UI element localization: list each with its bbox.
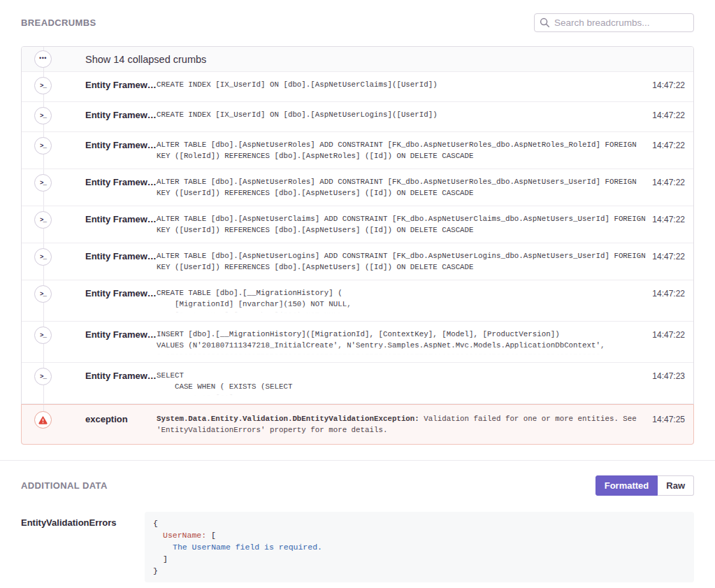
crumb-timestamp: 14:47:22: [651, 250, 693, 262]
additional-data-header: ADDITIONAL DATA Formatted Raw: [21, 475, 694, 496]
json-array-open: [: [206, 531, 216, 540]
crumb-timestamp: 14:47:23: [651, 370, 693, 382]
terminal-icon: >_: [34, 368, 52, 385]
crumb-category: Entity Framework: [85, 109, 157, 121]
breadcrumbs-section-title: BREADCRUMBS: [21, 17, 96, 28]
json-array-close: ]: [163, 554, 168, 564]
breadcrumb-row: >_ Entity Framework INSERT [dbo].[__Migr…: [22, 322, 693, 363]
section-divider: [0, 460, 715, 461]
code-block: { UserName: [ The UserName field is requ…: [145, 512, 694, 582]
breadcrumb-row: >_ Entity Framework CREATE INDEX [IX_Use…: [22, 72, 693, 102]
terminal-icon: >_: [34, 285, 52, 303]
breadcrumb-row: >_ Entity Framework ALTER TABLE [dbo].[A…: [22, 132, 693, 169]
crumb-timestamp: 14:47:22: [651, 176, 693, 188]
crumb-category: Entity Framework: [85, 213, 157, 225]
terminal-icon: >_: [34, 211, 52, 229]
code-line: The UserName field is required.: [153, 541, 686, 553]
terminal-icon: >_: [34, 327, 52, 344]
raw-button[interactable]: Raw: [658, 475, 694, 496]
code-line: ]: [153, 553, 686, 565]
ellipsis-icon: •••: [34, 50, 52, 68]
warning-triangle-icon: [34, 411, 52, 429]
terminal-icon: >_: [34, 248, 52, 266]
search-breadcrumbs: [534, 13, 694, 32]
search-icon: [540, 17, 550, 28]
crumb-icon-cell: >_: [22, 79, 85, 94]
crumb-category: Entity Framework: [85, 287, 157, 299]
exception-row: exception System.Data.Entity.Validation.…: [21, 404, 694, 445]
additional-data-entry: EntityValidationErrors { UserName: [ The…: [21, 512, 694, 582]
search-input[interactable]: [534, 13, 694, 32]
terminal-icon: >_: [34, 137, 52, 155]
crumb-timestamp: 14:47:22: [651, 109, 693, 121]
crumb-timestamp: 14:47:22: [651, 139, 693, 151]
crumb-message: CREATE INDEX [IX_UserId] ON [dbo].[AspNe…: [157, 79, 651, 90]
code-line: UserName: [: [153, 529, 686, 541]
crumb-icon-cell: >_: [22, 329, 85, 355]
crumb-message: ALTER TABLE [dbo].[AspNetUserClaims] ADD…: [157, 213, 651, 236]
crumb-message: SELECT CASE WHEN ( EXISTS (SELECT 1 AS […: [157, 370, 651, 396]
view-toggle: Formatted Raw: [595, 475, 694, 496]
crumb-icon-cell: >_: [22, 139, 85, 162]
breadcrumbs-header: BREADCRUMBS: [21, 13, 694, 32]
exception-category: exception: [85, 413, 157, 425]
crumb-category: Entity Framework: [85, 250, 157, 262]
breadcrumb-row: >_ Entity Framework ALTER TABLE [dbo].[A…: [22, 169, 693, 206]
code-line: {: [153, 517, 686, 529]
crumb-category: Entity Framework: [85, 139, 157, 151]
crumb-message: CREATE INDEX [IX_UserId] ON [dbo].[AspNe…: [157, 109, 651, 120]
terminal-icon: >_: [34, 174, 52, 192]
crumb-message: ALTER TABLE [dbo].[AspNetUserRoles] ADD …: [157, 176, 651, 199]
terminal-icon: >_: [34, 107, 52, 124]
breadcrumb-row: >_ Entity Framework CREATE TABLE [dbo].[…: [22, 280, 693, 322]
crumb-icon-cell: •••: [22, 47, 85, 72]
exception-timestamp: 14:47:25: [651, 413, 693, 425]
crumb-category: Entity Framework: [85, 79, 157, 91]
breadcrumb-row: >_ Entity Framework CREATE INDEX [IX_Use…: [22, 102, 693, 132]
breadcrumb-row: >_ Entity Framework ALTER TABLE [dbo].[A…: [22, 243, 693, 280]
crumb-message: CREATE TABLE [dbo].[__MigrationHistory] …: [157, 287, 651, 314]
exception-message: System.Data.Entity.Validation.DbEntityVa…: [157, 413, 651, 436]
terminal-icon: >_: [34, 77, 52, 94]
crumb-category: Entity Framework: [85, 329, 157, 340]
breadcrumbs-panel: ••• Show 14 collapsed crumbs >_ Entity F…: [21, 46, 694, 445]
entity-validation-errors-label: EntityValidationErrors: [21, 512, 145, 529]
crumb-icon-cell: >_: [22, 109, 85, 124]
json-open-brace: {: [153, 519, 158, 528]
crumb-timestamp: 14:47:22: [651, 329, 693, 340]
crumb-timestamp: 14:47:22: [651, 213, 693, 225]
crumb-category: Entity Framework: [85, 176, 157, 188]
breadcrumb-row: >_ Entity Framework ALTER TABLE [dbo].[A…: [22, 206, 693, 243]
crumb-timestamp: 14:47:22: [651, 79, 693, 91]
crumb-message: ALTER TABLE [dbo].[AspNetUserLogins] ADD…: [157, 250, 651, 273]
json-key: UserName:: [163, 531, 206, 540]
crumb-category: Entity Framework: [85, 370, 157, 382]
collapsed-crumbs-label: Show 14 collapsed crumbs: [85, 54, 206, 65]
code-line: }: [153, 565, 686, 577]
exception-type: System.Data.Entity.Validation.DbEntityVa…: [157, 415, 419, 423]
breadcrumb-row: >_ Entity Framework SELECT CASE WHEN ( E…: [22, 363, 693, 404]
crumb-icon-cell: >_: [22, 250, 85, 273]
formatted-button[interactable]: Formatted: [595, 475, 658, 496]
json-close-brace: }: [153, 566, 158, 575]
additional-data-title: ADDITIONAL DATA: [21, 480, 108, 491]
crumb-icon-cell: >_: [22, 176, 85, 199]
crumb-timestamp: 14:47:22: [651, 287, 693, 299]
json-string: The UserName field is required.: [173, 543, 322, 552]
crumb-icon-cell: [22, 413, 85, 436]
crumb-icon-cell: >_: [22, 213, 85, 236]
crumb-message: ALTER TABLE [dbo].[AspNetUserRoles] ADD …: [157, 139, 651, 162]
crumb-message: INSERT [dbo].[__MigrationHistory]([Migra…: [157, 329, 651, 355]
collapsed-crumbs-row[interactable]: ••• Show 14 collapsed crumbs: [22, 47, 693, 72]
crumb-icon-cell: >_: [22, 287, 85, 314]
crumb-icon-cell: >_: [22, 370, 85, 396]
